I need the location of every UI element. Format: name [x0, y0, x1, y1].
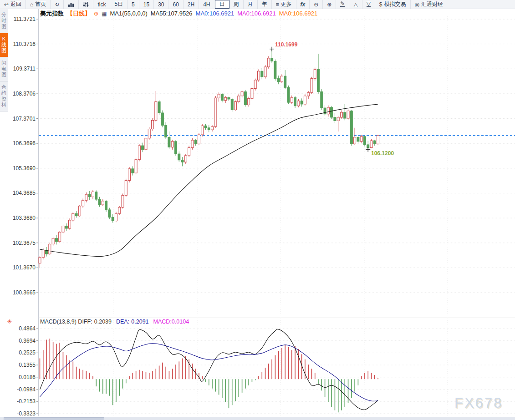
chart-title-row: 美元指数 【日线】 ⊕ ▦ MA1(55,0,0,0) MA55:107.952… [40, 10, 317, 17]
price-axis-label: 108.3706 [0, 91, 36, 97]
price-axis-label: 100.3665 [0, 289, 36, 296]
high-price-annotation: 110.1699 [275, 41, 297, 48]
macd-axis-label: -0.0984 [0, 386, 36, 393]
macd-axis-label: 0.1355 [0, 362, 36, 368]
fx678-watermark: FX678 [454, 395, 503, 411]
price-axis-label: 103.3680 [0, 215, 36, 221]
macd-dea-readout: DEA:-0.2091 [116, 319, 149, 325]
macd-header: MACD(13,8,9) DIFF:-0.2039 DEA:-0.2091 MA… [40, 319, 189, 325]
macd-axis-label: -0.2153 [0, 398, 36, 405]
mini-chart-icon: ▦ [102, 10, 107, 17]
price-axis-label: 104.3685 [0, 190, 36, 196]
price-axis-label: 101.3670 [0, 264, 36, 271]
macd-axis-label: 0.0186 [0, 374, 36, 380]
macd-value-readout: MACD:0.0104 [153, 319, 189, 325]
trading-app-window: ↩返回 ⌂首页 ↻ tick 5日 5 15 30 60 2H 4H 日 周 月… [0, 0, 515, 420]
time-scrollbar-thumb[interactable] [4, 417, 104, 420]
ma55-readout: MA55:107.9526 [151, 10, 193, 17]
symbol-name: 美元指数 [40, 10, 64, 18]
macd-axis-label: -0.3323 [0, 410, 36, 417]
ma0-readout-orange: MA0:106.6921 [279, 10, 318, 17]
ma1-readout: MA1(55,0,0,0) [110, 10, 147, 17]
macd-settings-icon[interactable]: ☀ [7, 318, 12, 325]
chart-canvas[interactable] [0, 0, 515, 420]
price-axis-label: 106.3696 [0, 140, 36, 147]
time-scrollbar-track[interactable] [0, 417, 515, 420]
low-price-annotation: 106.1200 [371, 150, 394, 157]
ma0-readout-blue: MA0:106.6921 [196, 10, 235, 17]
price-axis-label: 109.3711 [0, 66, 36, 72]
price-axis-label: 102.3675 [0, 240, 36, 246]
price-axis-label: 107.3701 [0, 116, 36, 122]
period-tag: 【日线】 [67, 10, 91, 18]
macd-axis-label: 0.4864 [0, 325, 36, 332]
macd-axis-label: 0.2525 [0, 349, 36, 356]
price-axis-label: 111.3721 [0, 16, 36, 22]
macd-axis-label: 0.3694 [0, 338, 36, 344]
price-axis-label: 110.3716 [0, 41, 36, 47]
price-axis-label: 105.3690 [0, 165, 36, 172]
macd-title-diff-readout: MACD(13,8,9) DIFF:-0.2039 [40, 319, 112, 325]
add-indicator-icon[interactable]: ⊕ [94, 10, 98, 17]
ma0-readout-magenta: MA0:106.6921 [237, 10, 276, 17]
